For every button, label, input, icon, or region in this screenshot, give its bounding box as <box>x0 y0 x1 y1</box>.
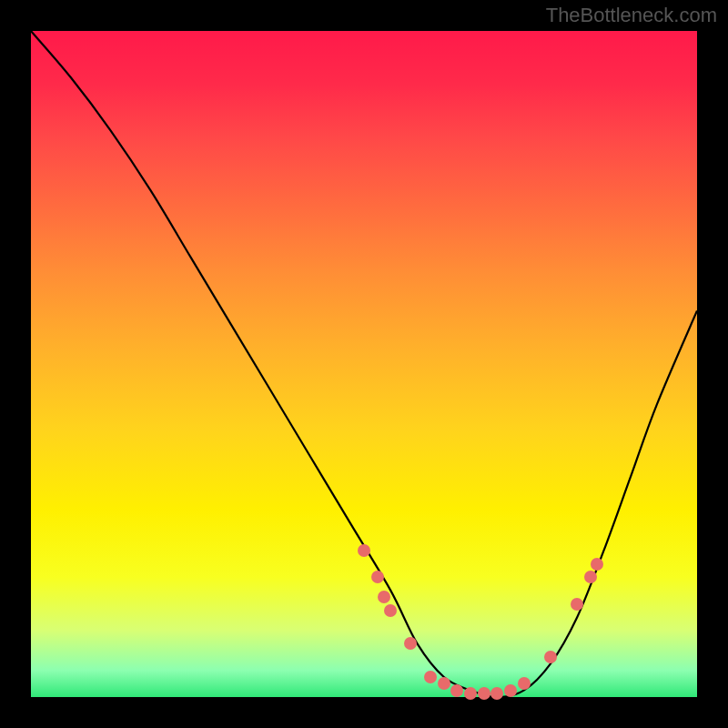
data-point <box>371 571 384 583</box>
data-point <box>518 677 531 690</box>
data-point <box>450 684 463 697</box>
data-point <box>424 671 437 683</box>
data-point <box>478 687 490 700</box>
watermark-text: TheBottleneck.com <box>546 4 717 27</box>
data-point <box>438 677 450 690</box>
data-point <box>464 687 477 700</box>
data-point <box>591 558 603 571</box>
data-point <box>358 544 370 557</box>
plot-area <box>31 31 697 697</box>
bottleneck-curve <box>31 31 697 697</box>
curve-svg <box>31 31 697 697</box>
data-point <box>584 571 597 583</box>
data-point <box>544 651 557 663</box>
data-point <box>404 637 417 650</box>
data-point <box>490 687 503 700</box>
data-point <box>384 604 397 617</box>
data-point <box>378 591 390 603</box>
data-point <box>571 598 583 611</box>
data-point <box>504 684 517 697</box>
